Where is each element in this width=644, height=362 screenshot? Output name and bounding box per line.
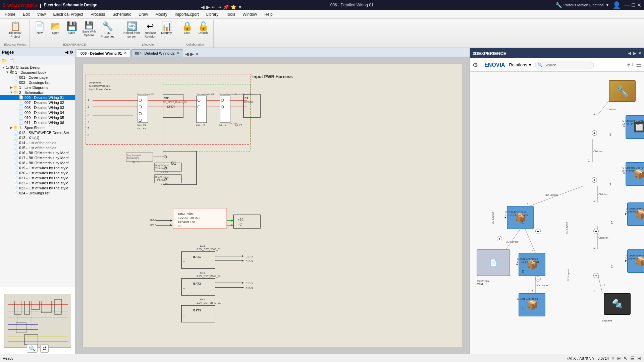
ribbon-btn-unlock[interactable]: 🔓 Unlock — [196, 21, 211, 36]
tree-item-docbook[interactable]: ▼ 📚 1 - Document book — [0, 70, 75, 75]
tree-item-013[interactable]: 📄 013 - X1-(U) — [0, 135, 75, 140]
ribbon-btn-plm[interactable]: 🔧 PLMProperties — [99, 21, 116, 40]
menu-draw[interactable]: Draw — [135, 11, 151, 18]
qa-pin[interactable]: 📌 — [223, 4, 229, 10]
legrand3-expand[interactable]: ▼ — [624, 259, 627, 263]
expand-btn-bot1[interactable]: + — [535, 276, 541, 282]
tree-item-linediagrams[interactable]: ▶ 📁 1 - Line Diagrams — [0, 85, 75, 90]
menu-home[interactable]: Home — [1, 11, 19, 18]
ericproj3-expand[interactable]: ▼ — [516, 263, 519, 266]
tab-007-close[interactable]: ✕ — [176, 51, 179, 55]
close-btn[interactable]: ✕ — [637, 2, 641, 8]
qa-dropdown[interactable]: ▼ — [238, 4, 243, 10]
qa-star[interactable]: ⭐ — [230, 4, 236, 10]
tab-006-close[interactable]: ✕ — [124, 51, 127, 55]
tree-item-wiring007[interactable]: 📄 007 - Detailed Wiring 02 — [0, 100, 75, 105]
ericproj1-expand[interactable]: ▼ — [504, 216, 507, 219]
tree-item-bom017[interactable]: 📄 017 - Bill Of Materials by Manf. — [0, 155, 75, 160]
legrand2-expand[interactable]: ▼ — [624, 213, 627, 216]
tree-item-wiring008[interactable]: 📄 008 - Detailed Wiring 03 — [0, 105, 75, 110]
tree-item-chassis[interactable]: ▼ 🗂 3U Chassis Design — [0, 65, 75, 70]
minimize-btn[interactable]: — — [624, 2, 630, 8]
list-icon[interactable]: ☰ — [630, 356, 635, 361]
ribbon-btn-save[interactable]: 💾 Save — [64, 21, 79, 36]
tree-expand-btn[interactable]: 📁 — [1, 58, 7, 63]
tree-item-drawings024[interactable]: 📄 024 - Drawings list — [0, 190, 75, 195]
ribbon-btn-lock[interactable]: 🔒 Lock — [180, 21, 195, 36]
expand-btn-mid2[interactable]: + — [593, 229, 599, 234]
tree-item-wires020[interactable]: 📄 020 - List of wires by line style — [0, 170, 75, 175]
restore-btn[interactable]: □ — [632, 2, 635, 8]
menu-import-export[interactable]: Import/Export — [171, 11, 202, 18]
ribbon-btn-maturity[interactable]: 📊 Maturity — [159, 21, 174, 36]
relations-btn[interactable]: Relations ▼ — [509, 62, 532, 67]
menu-window[interactable]: Window — [239, 11, 260, 18]
menu-electrical-project[interactable]: Electrical Project — [50, 11, 87, 18]
gold-node[interactable]: 🔧 — [607, 78, 637, 104]
tree-item-wiring006[interactable]: 📄 006 - Detailed Wiring 01 — [0, 95, 75, 100]
nav-next[interactable]: ▶ — [190, 51, 194, 57]
menu-library[interactable]: Library — [203, 11, 222, 18]
nav-prev[interactable]: ◀ — [185, 51, 189, 57]
tree-item-wires021[interactable]: 📄 021 - List of wires by line style — [0, 175, 75, 180]
qa-undo[interactable]: ↩ — [212, 4, 216, 10]
menu-help[interactable]: Help — [261, 11, 276, 18]
tree-item-cables014[interactable]: 📄 014 - List of the cables — [0, 140, 75, 145]
rp-left-btn[interactable]: ◀ — [628, 51, 631, 56]
bookmark-icon[interactable]: 🏷 — [627, 61, 633, 68]
ribbon-btn-save-with-options[interactable]: 💾 Save WithOptions — [80, 21, 98, 38]
tree-item-wiring009[interactable]: 📄 009 - Detailed Wiring 04 — [0, 110, 75, 115]
tree-item-specsheets[interactable]: ▶ 📁 1 - Spec Sheets — [0, 125, 75, 130]
qa-forward[interactable]: ▶ — [206, 4, 210, 10]
ribbon-btn-open[interactable]: 📂 Open — [48, 21, 63, 36]
tree-item-bom018[interactable]: 📄 018 - Bill Of Materials by Manf. — [0, 160, 75, 165]
tree-item-demo012[interactable]: 📄 012 - SWE/SWPCB Demo Set — [0, 130, 75, 135]
qa-redo[interactable]: ↪ — [217, 4, 221, 10]
menu-tools[interactable]: Tools — [222, 11, 238, 18]
zoom-fit-btn[interactable]: 🔍 — [27, 344, 38, 353]
pages-settings-btn[interactable]: ⚙ — [69, 50, 73, 55]
expand-btn-mid1[interactable]: + — [535, 229, 541, 234]
nav-close[interactable]: ✕ — [195, 51, 199, 57]
menu-modify[interactable]: Modify — [152, 11, 170, 18]
tree-item-wiring010[interactable]: 📄 010 - Detailed Wiring 05 — [0, 115, 75, 120]
ribbon-btn-reload[interactable]: 🔄 Reload fromserver — [122, 21, 142, 40]
ribbon-btn-electrical-project[interactable]: 📋 ElectricalProject — [7, 21, 23, 40]
ribbon-btn-new[interactable]: 📄 New — [32, 21, 47, 36]
qa-back[interactable]: ◀ — [201, 4, 205, 10]
legrand1-expand[interactable]: ▼ — [623, 172, 626, 175]
tree-item-cables015[interactable]: 📄 015 - List of the cables — [0, 145, 75, 150]
tree-new-page-btn[interactable]: 📄 — [8, 58, 14, 63]
expand-btn-bot2[interactable]: + — [593, 273, 599, 278]
expand-btn-legrand1[interactable]: + — [592, 177, 597, 183]
menu-edit[interactable]: Edit — [19, 11, 33, 18]
expand-btn-entrelec[interactable]: + — [592, 130, 597, 136]
tree-item-wires023[interactable]: 📄 023 - List of wires by line style — [0, 185, 75, 190]
menu-icon[interactable]: ☰ — [636, 61, 641, 69]
legrand4-node[interactable]: 🔩 Legrand — [604, 293, 631, 315]
rp-right-btn[interactable]: ▶ — [633, 51, 636, 56]
tree-item-wiring011[interactable]: 📄 011 - Detailed Wiring 06 — [0, 120, 75, 125]
entrelec-expand[interactable]: ▼ — [623, 125, 626, 128]
zoom-reset-btn[interactable]: ↺ — [40, 344, 49, 353]
user-avatar[interactable]: 👤 — [612, 1, 621, 9]
snap-icon[interactable]: ⊞ — [617, 356, 621, 361]
tree-item-schematics[interactable]: ▼ 📁 2 - Schematics — [0, 90, 75, 95]
menu-view[interactable]: View — [34, 11, 49, 18]
ribbon-btn-replace-revision[interactable]: ↩ ReplaceRevision — [143, 21, 158, 40]
tree-item-coverpage[interactable]: 📄 001 - Cover page — [0, 75, 75, 80]
ericproj-small-node[interactable]: 📄 EricProjec Work — [477, 249, 510, 276]
search-input[interactable] — [535, 61, 594, 69]
pages-collapse-btn[interactable]: ◀ — [65, 50, 68, 55]
tab-006[interactable]: 006 - Detailed Wiring 01 ✕ — [77, 49, 130, 57]
expand-btn-3dlayout[interactable]: + — [497, 236, 502, 241]
cursor-icon[interactable]: ↖ — [624, 356, 628, 361]
menu-process[interactable]: Process — [87, 11, 108, 18]
menu-schematic[interactable]: Schematic — [109, 11, 135, 18]
zoom-icon[interactable]: ⊞ — [637, 356, 641, 361]
tree-item-wires019[interactable]: 📄 019 - List of wires by line style — [0, 165, 75, 170]
grid-icon[interactable]: # — [611, 356, 614, 361]
tree-area[interactable]: ▼ 🗂 3U Chassis Design ▼ 📚 1 - Document b… — [0, 64, 75, 287]
tab-007[interactable]: 007 - Detailed Wiring 02 ✕ — [131, 49, 183, 57]
tree-item-bom016[interactable]: 📄 016 - Bill Of Materials by Manf. — [0, 150, 75, 155]
